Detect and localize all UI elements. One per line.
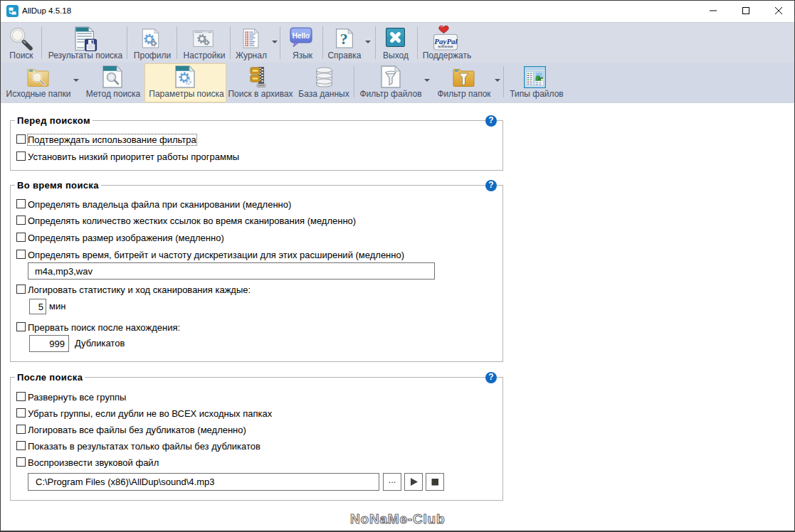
svg-text:Hello: Hello [293,32,310,40]
svg-text:PayPal: PayPal [434,37,458,46]
svg-text:?: ? [340,31,348,48]
